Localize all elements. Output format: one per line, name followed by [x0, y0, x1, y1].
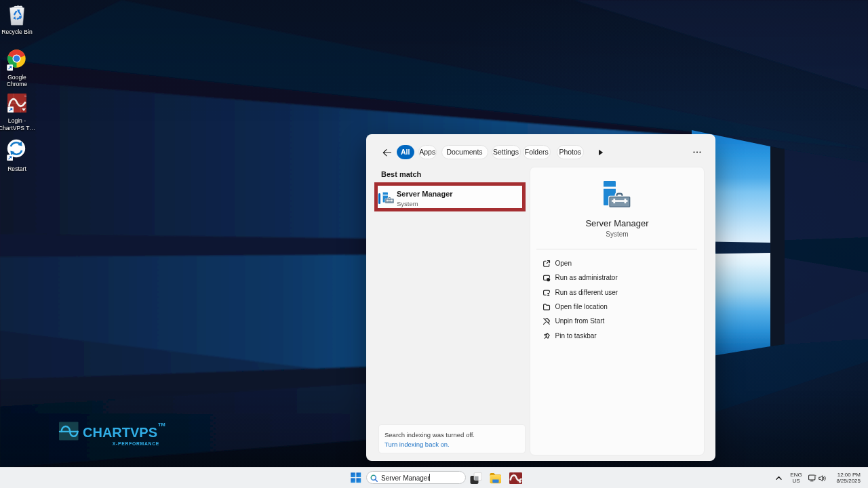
svg-text:™: ™ [24, 94, 26, 98]
